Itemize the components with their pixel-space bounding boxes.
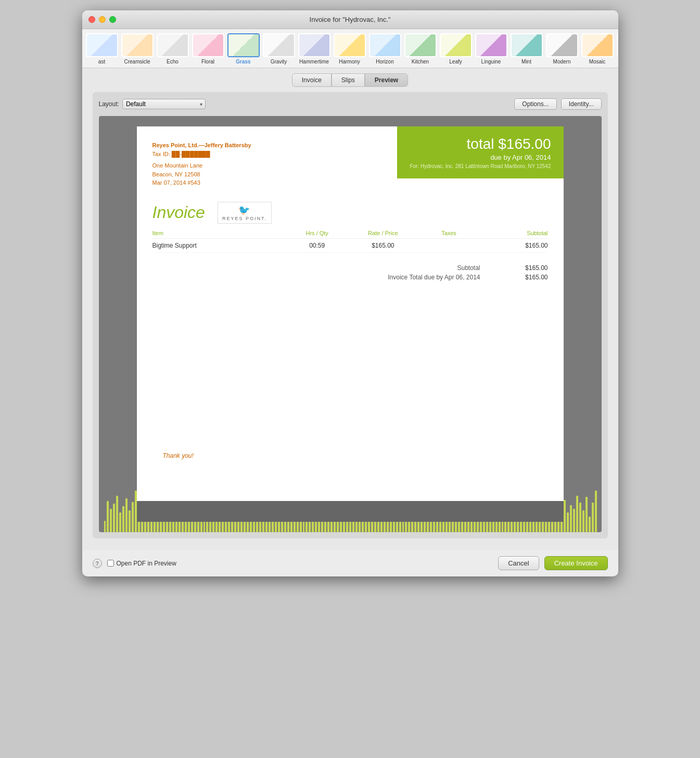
template-item-mosaic[interactable]: Mosaic (580, 32, 615, 66)
chart-bar (122, 506, 124, 532)
tab-invoice[interactable]: Invoice (292, 73, 332, 87)
chart-bar (564, 500, 566, 532)
template-item-floral[interactable]: Floral (190, 32, 226, 66)
template-item-leafy[interactable]: Leafy (438, 32, 474, 66)
thank-you: Thank you! (163, 452, 194, 459)
layout-label: Layout: (99, 100, 119, 108)
template-item-horizon[interactable]: Horizon (367, 32, 403, 66)
template-scroll: ast Creamsicle Echo Floral Grass (82, 32, 618, 66)
totals-section: Subtotal $165.00 Invoice Total due by Ap… (137, 259, 564, 288)
chart-bar (132, 502, 134, 532)
total-for: For: Hydrovac, Inc. 281 Lattintown Road … (410, 163, 551, 169)
invoice-top: total $165.00 due by Apr 06, 2014 For: H… (137, 126, 564, 196)
template-thumb-wrap-modern (546, 33, 578, 57)
line-items-rows: Bigtime Support 00:59 $165.00 $165.00 (152, 239, 548, 253)
chart-bar (592, 503, 594, 532)
template-item-grass[interactable]: Grass (226, 32, 261, 66)
template-thumb-horizon (370, 34, 400, 56)
create-invoice-button[interactable]: Create Invoice (544, 556, 608, 570)
template-thumb-mint (512, 34, 542, 56)
template-thumb-ocean (618, 34, 618, 56)
template-label-harmony: Harmony (339, 59, 360, 65)
template-thumb-wrap-floral (192, 33, 224, 57)
subtotal-value: $165.00 (512, 264, 548, 272)
options-button[interactable]: Options... (514, 98, 556, 110)
template-label-echo: Echo (167, 59, 179, 65)
cancel-button[interactable]: Cancel (498, 556, 539, 570)
tab-preview[interactable]: Preview (365, 73, 408, 87)
maximize-button[interactable] (109, 16, 116, 23)
col-header-subtotal: Subtotal (482, 230, 548, 236)
chart-bar (579, 503, 581, 532)
identity-button[interactable]: Identity... (561, 98, 602, 110)
template-label-horizon: Horizon (376, 59, 393, 65)
preview-area: total $165.00 due by Apr 06, 2014 For: H… (99, 116, 602, 532)
open-pdf-label[interactable]: Open PDF in Preview (107, 560, 176, 567)
tab-slips[interactable]: Slips (332, 73, 365, 87)
template-item-linguine[interactable]: Linguine (474, 32, 509, 66)
template-item-gravity[interactable]: Gravity (261, 32, 297, 66)
layout-select[interactable]: Default (122, 99, 206, 109)
template-thumb-wrap-harmony (334, 33, 366, 57)
template-item-kitchen[interactable]: Kitchen (403, 32, 438, 66)
col-header-item: Item (152, 230, 284, 236)
chart-bar (567, 512, 569, 532)
chart-bar (595, 491, 597, 532)
template-item-harmony[interactable]: Harmony (332, 32, 367, 66)
template-item-modern[interactable]: Modern (544, 32, 580, 66)
chart-bar (113, 504, 115, 532)
template-thumb-wrap-ocean (617, 33, 618, 57)
template-label-kitchen: Kitchen (412, 59, 429, 65)
invoice-total-label: Invoice Total due by Apr 06, 2014 (388, 274, 480, 281)
col-header-hrs: Hrs / Qty (284, 230, 350, 236)
chart-bar (125, 498, 128, 532)
chart-bar (576, 496, 578, 532)
template-thumb-mosaic (582, 34, 613, 56)
template-thumb-harmony (335, 34, 365, 56)
template-label-linguine: Linguine (481, 59, 501, 65)
company-logo: 🐦 REYES POINT. (218, 202, 272, 224)
close-button[interactable] (88, 16, 95, 23)
body-content: InvoiceSlipsPreview Layout: Default Opti… (82, 68, 618, 550)
template-thumb-wrap-grass (227, 33, 260, 57)
template-thumb-leafy (441, 34, 471, 56)
total-box: total $165.00 due by Apr 06, 2014 For: H… (397, 126, 564, 178)
minimize-button[interactable] (99, 16, 106, 23)
template-item-hammertime[interactable]: Hammertime (297, 32, 332, 66)
template-thumb-kitchen (405, 34, 436, 56)
main-panel: Layout: Default Options... Identity... (93, 92, 608, 538)
invoice-title-word: Invoice (152, 203, 205, 222)
total-value: $165.00 (498, 136, 551, 152)
template-thumb-wrap-mint (511, 33, 543, 57)
subtotal-row: Subtotal $165.00 (152, 264, 548, 272)
template-thumb-wrap-hammertime (298, 33, 330, 57)
template-thumb-wrap-blast (86, 33, 118, 57)
template-item-blast[interactable]: ast (84, 32, 120, 66)
chart-bar (570, 505, 572, 532)
template-label-modern: Modern (553, 59, 571, 65)
row-subtotal: $165.00 (482, 242, 548, 249)
help-button[interactable]: ? (93, 559, 102, 568)
row-taxes (416, 242, 482, 249)
invoice-document: total $165.00 due by Apr 06, 2014 For: H… (137, 126, 564, 501)
template-thumb-wrap-gravity (263, 33, 295, 57)
row-item: Bigtime Support (152, 242, 284, 249)
chart-bar (582, 510, 584, 532)
template-item-creamsicle[interactable]: Creamsicle (120, 32, 155, 66)
template-item-echo[interactable]: Echo (155, 32, 190, 66)
template-item-ocean[interactable]: Ocean (615, 32, 618, 66)
toolbar-right: Options... Identity... (514, 98, 601, 110)
chart-bar (586, 497, 588, 532)
preview-bottom-bar (137, 501, 564, 522)
table-row: Bigtime Support 00:59 $165.00 $165.00 (152, 239, 548, 253)
invoice-title-row: Invoice 🐦 REYES POINT. (137, 196, 564, 224)
template-item-mint[interactable]: Mint (509, 32, 544, 66)
template-thumb-creamsicle (122, 34, 152, 56)
titlebar: Invoice for "Hydrovac, Inc." (82, 10, 618, 29)
template-label-mosaic: Mosaic (589, 59, 606, 65)
open-pdf-checkbox[interactable] (107, 560, 114, 567)
template-thumb-blast (87, 34, 117, 56)
template-label-blast: ast (98, 59, 105, 65)
total-amount: total $165.00 (410, 136, 551, 152)
subtotal-label: Subtotal (457, 264, 480, 272)
